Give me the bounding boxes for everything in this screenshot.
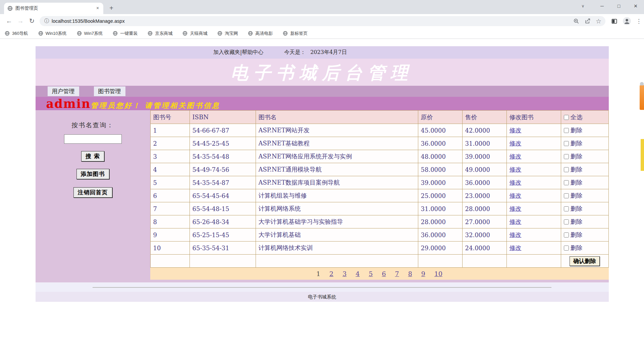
bookmark-label: 京东商城 [155,30,172,37]
cell-book-id: 2 [150,137,190,150]
bookmark-item[interactable]: 淘宝网 [217,30,238,37]
cell-isbn: 54-35-54-48 [190,150,256,163]
cell-book-name: 计算机网络技术实训 [256,242,418,255]
edge-widget-orange[interactable] [640,85,644,110]
bookmark-item[interactable]: 天猫商城 [182,30,207,37]
edit-book-link[interactable]: 修改 [509,127,522,134]
edit-book-link[interactable]: 修改 [509,179,522,186]
cell-price: 39.0000 [418,176,462,189]
cell-book-name: 大学计算机基础学习与实验指导 [256,215,418,228]
delete-checkbox[interactable] [564,154,569,159]
forward-icon[interactable]: → [15,15,26,27]
edit-book-link[interactable]: 修改 [509,166,522,173]
tab-book-manage[interactable]: 图书管理 [94,86,125,96]
side-panel-icon[interactable] [611,18,618,25]
delete-label: 删除 [571,140,583,147]
edit-book-link[interactable]: 修改 [509,231,522,238]
edit-book-link[interactable]: 修改 [509,140,522,147]
profile-avatar[interactable] [623,17,631,25]
pagination-page[interactable]: 10 [434,270,442,277]
admin-username: admin [46,97,91,111]
pagination-page[interactable]: 7 [395,270,399,277]
tab-close-icon[interactable]: × [95,5,101,11]
address-bar[interactable]: ⓘ localhost:1535/BookManage.aspx ☆ [40,16,605,26]
window-close-button[interactable]: × [627,3,644,10]
bookmark-item[interactable]: 高清电影 [248,30,273,37]
cell-price: 28.0000 [418,215,462,228]
select-all-checkbox[interactable] [564,115,569,120]
add-book-button[interactable]: 添加图书 [76,169,109,179]
table-header-row: 图书号 ISBN 图书名 原价 售价 修改图书 全选 [150,111,608,124]
delete-checkbox[interactable] [564,232,569,238]
book-name-search-input[interactable] [64,134,122,144]
delete-checkbox[interactable] [564,180,569,185]
bookmark-star-icon[interactable]: ☆ [596,18,601,24]
window-minimize-button[interactable]: ─ [594,3,610,9]
bookmark-item[interactable]: 一键重装 [113,30,138,37]
url-text[interactable]: localhost:1535/BookManage.aspx [52,18,573,24]
zoom-icon[interactable] [573,18,580,24]
edit-book-link[interactable]: 修改 [509,192,522,199]
cell-sale-price: 39.0000 [462,150,506,163]
cell-price: 58.0000 [418,163,462,176]
bookmark-item[interactable]: 新标签页 [283,30,308,37]
cell-price: 36.0000 [418,137,462,150]
today-date: 2023年4月7日 [310,49,347,56]
pagination-page[interactable]: 9 [421,270,425,277]
cell-isbn: 54-35-54-87 [190,176,256,189]
delete-label: 删除 [571,153,583,160]
pagination-page[interactable]: 4 [356,270,360,277]
bookmark-item[interactable]: Win10系统 [38,30,67,37]
footer-rule [93,287,551,288]
book-row: 6 65-54-45-64 计算机组装与维修 25.0000 23.0000 修… [150,189,608,202]
bookmark-item[interactable]: 360导航 [5,30,28,37]
delete-checkbox[interactable] [564,128,569,133]
pagination-page[interactable]: 6 [382,270,386,277]
cell-book-name: 计算机组装与维修 [256,189,418,202]
back-icon[interactable]: ← [3,15,15,27]
cell-book-name: ASP.NET通用模块导航 [256,163,418,176]
edit-book-link[interactable]: 修改 [509,244,522,251]
header-sale-price: 售价 [462,111,506,124]
pagination-page[interactable]: 2 [329,270,333,277]
share-icon[interactable] [584,18,591,24]
pagination-page[interactable]: 8 [408,270,412,277]
bookmark-globe-icon [5,31,10,36]
edit-book-link[interactable]: 修改 [509,205,522,212]
pagination-page[interactable]: 3 [342,270,346,277]
site-info-icon[interactable]: ⓘ [44,18,49,24]
tab-user-manage[interactable]: 用户管理 [48,86,79,96]
tab-search-chevron-icon[interactable]: ∨ [576,4,590,8]
help-center-link[interactable]: 帮助中心 [242,49,263,56]
delete-checkbox[interactable] [564,246,569,251]
delete-checkbox[interactable] [564,206,569,211]
cell-book-name: ASP.NET网络应用系统开发与实例 [256,150,418,163]
pagination-page[interactable]: 1 [316,270,320,277]
edit-book-link[interactable]: 修改 [509,153,522,160]
delete-checkbox[interactable] [564,219,569,224]
add-favorites-link[interactable]: 加入收藏夹 [213,49,240,56]
logout-home-button[interactable]: 注销回首页 [73,187,112,198]
bookmark-item[interactable]: Win7系统 [77,30,103,37]
web-page: 加入收藏夹 | 帮助中心 今天是： 2023年4月7日 电子书城后台管理 用户管… [0,46,644,338]
delete-label: 删除 [571,218,583,225]
delete-checkbox[interactable] [564,141,569,146]
confirm-delete-button[interactable]: 确认删除 [570,256,600,266]
edge-widget-yellow[interactable] [641,139,644,171]
book-row: 7 65-54-48-15 计算机网络系统 31.0000 28.0000 修改… [150,202,608,215]
delete-checkbox[interactable] [564,193,569,198]
book-row: 4 54-49-74-56 ASP.NET通用模块导航 58.0000 49.0… [150,163,608,176]
bookmark-item[interactable]: 京东商城 [148,30,172,37]
reload-icon[interactable]: ↻ [26,15,38,27]
browser-menu-icon[interactable]: ⋮ [636,18,641,25]
welcome-bar: admin 管理员您好！ 请管理相关图书信息 [36,97,609,110]
window-maximize-button[interactable]: □ [610,3,627,9]
search-sidebar: 按书名查询： 搜 索 添加图书 注销回首页 [36,110,150,280]
browser-tab[interactable]: 图书管理页 × [4,3,103,14]
search-button[interactable]: 搜 索 [81,151,104,161]
site-footer: 电子书城系统 [36,292,609,302]
new-tab-button[interactable]: + [107,4,116,13]
edit-book-link[interactable]: 修改 [509,218,522,225]
delete-checkbox[interactable] [564,167,569,172]
pagination-page[interactable]: 5 [369,270,373,277]
